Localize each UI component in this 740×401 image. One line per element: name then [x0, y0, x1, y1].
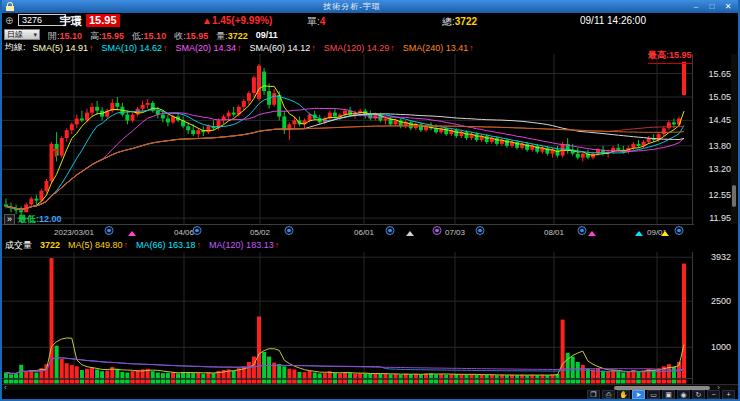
candles	[4, 62, 686, 216]
period-selector[interactable]: 日線 ▾	[4, 29, 40, 40]
legend-item: MA(66) 163.18↑	[136, 240, 201, 250]
date-axis-label: 08/01	[544, 228, 564, 237]
new-document-icon[interactable]: ❐	[587, 390, 600, 399]
volume-axis-label: 1000	[711, 342, 731, 352]
volume-legend-title: 成交量	[5, 239, 32, 252]
view-icon[interactable]: ◉	[677, 390, 690, 399]
legend-item: MA(5) 849.80↑	[68, 240, 128, 250]
window-controls: – □ ✕	[690, 1, 734, 12]
event-triangle-icon	[406, 231, 414, 236]
date-axis-label: 05/02	[250, 228, 270, 237]
lowest-price-group: » 最低:12.00	[4, 213, 62, 226]
up-arrow-icon: ↑	[275, 240, 280, 250]
price-vertical-scrollbar-thumb[interactable]	[732, 185, 736, 207]
zoom-out-icon[interactable]: −	[707, 390, 720, 399]
up-arrow-icon: ↑	[197, 240, 202, 250]
legend-item: SMA(60) 14.12↑	[250, 43, 316, 53]
daily-change-ribbon	[4, 380, 687, 384]
event-marker-icon[interactable]	[433, 226, 442, 235]
event-marker-icon[interactable]	[386, 226, 395, 235]
up-arrow-icon: ↑	[89, 43, 94, 53]
date-axis-label: 04/06	[174, 228, 194, 237]
legend-item: SMA(5) 14.91↑	[33, 43, 94, 53]
control-bar: 日線 ▾ 開:15.10高:15.95低:15.10收:15.95量:37220…	[2, 29, 738, 41]
volume-axis-label: 3932	[711, 252, 731, 262]
quote-bar: ⊕ 宇環 15.95 ▲1.45(+9.99%) 單:4 總:3722 09/1…	[2, 13, 738, 29]
chart-window-icon[interactable]: ▭	[647, 390, 660, 399]
refresh-icon[interactable]: ↻	[692, 390, 705, 399]
event-marker-icon[interactable]	[285, 226, 294, 235]
date-axis-label: 06/01	[354, 228, 374, 237]
legend-item: SMA(20) 14.34↑	[176, 43, 242, 53]
event-triangle-icon	[128, 231, 136, 236]
stock-code-input[interactable]	[18, 14, 66, 26]
chevron-down-icon: ▾	[33, 31, 37, 39]
collapse-button[interactable]: »	[4, 214, 15, 225]
price-axis: 15.6515.0514.4513.8013.2012.5511.95	[696, 54, 734, 224]
price-axis-label: 15.05	[708, 92, 731, 102]
volume-bars	[4, 258, 686, 378]
event-triangle-icon	[661, 231, 669, 236]
app-window: 技術分析-宇環 – □ ✕ ⊕ 宇環 15.95 ▲1.45(+9.99%) 單…	[0, 0, 740, 401]
legend-item: SMA(240) 13.41↑	[403, 43, 474, 53]
event-triangle-icon	[588, 231, 596, 236]
bottom-toolbar: ❐⎙✋➤▭▣◉↻−+	[2, 390, 738, 399]
indicator-window-icon[interactable]: ▣	[662, 390, 675, 399]
print-icon[interactable]: ⎙	[602, 390, 615, 399]
event-marker-icon[interactable]	[578, 226, 587, 235]
up-arrow-icon: ↑	[163, 43, 168, 53]
price-chart	[2, 54, 694, 224]
price-change: ▲1.45(+9.99%)	[202, 15, 272, 26]
date-axis: 2023/03/0104/0605/0206/0107/0308/0109/01	[2, 224, 694, 238]
price-axis-label: 13.20	[708, 164, 731, 174]
volume-chart-pane[interactable]	[2, 252, 694, 384]
up-arrow-icon: ↑	[311, 43, 316, 53]
price-axis-label: 11.95	[709, 213, 731, 223]
maximize-button[interactable]: □	[706, 1, 718, 12]
volume-axis-label: 2500	[711, 296, 731, 306]
volume-legend: 成交量 3722 MA(5) 849.80↑MA(66) 163.18↑MA(1…	[2, 238, 738, 252]
event-marker-icon[interactable]	[675, 226, 684, 235]
title-bar: 技術分析-宇環 – □ ✕	[2, 0, 738, 13]
volume-chart	[2, 252, 694, 384]
sma-lines	[6, 86, 684, 210]
total-volume-field: 總:3722	[442, 15, 477, 29]
minimize-button[interactable]: –	[690, 1, 702, 12]
legend-item: SMA(10) 14.62↑	[102, 43, 168, 53]
price-axis-label: 12.55	[708, 190, 731, 200]
stock-name: 宇環	[60, 14, 82, 29]
period-selector-value: 日線	[7, 29, 23, 40]
up-arrow-icon: ↑	[390, 43, 395, 53]
legend-item: MA(120) 183.13↑	[209, 240, 279, 250]
price-vertical-scrollbar[interactable]	[731, 54, 737, 224]
symbol-lookup-icon[interactable]: ⊕	[5, 15, 13, 26]
annotation-marker	[52, 149, 59, 157]
volume-legend-items: MA(5) 849.80↑MA(66) 163.18↑MA(120) 183.1…	[68, 240, 279, 250]
close-button[interactable]: ✕	[722, 1, 734, 12]
single-lot-field: 單:4	[307, 15, 325, 29]
sma-legend: 均線: SMA(5) 14.91↑SMA(10) 14.62↑SMA(20) 1…	[2, 41, 738, 54]
total-volume-value: 3722	[455, 16, 477, 27]
highest-price-label: 最高:15.95	[648, 49, 692, 64]
event-marker-icon[interactable]	[105, 226, 114, 235]
sma-legend-items: SMA(5) 14.91↑SMA(10) 14.62↑SMA(20) 14.34…	[33, 43, 474, 53]
zoom-in-icon[interactable]: +	[722, 390, 735, 399]
price-axis-label: 15.65	[708, 69, 731, 79]
total-volume-label: 總:	[442, 16, 455, 27]
event-marker-icon[interactable]	[193, 226, 202, 235]
price-badge: 15.95	[86, 14, 120, 27]
cursor-select-icon[interactable]: ➤	[632, 390, 645, 399]
event-triangle-icon	[635, 231, 643, 236]
sma-legend-prefix: 均線:	[5, 41, 26, 54]
price-gridlines	[2, 54, 693, 224]
price-axis-label: 13.80	[708, 141, 731, 151]
volume-ma-lines	[6, 338, 684, 375]
single-lot-label: 單:	[307, 16, 320, 27]
price-axis-label: 14.45	[708, 115, 731, 125]
date-axis-label: 2023/03/01	[54, 228, 94, 237]
event-marker-icon[interactable]	[476, 226, 485, 235]
window-title: 技術分析-宇環	[18, 1, 686, 12]
up-arrow-icon: ↑	[469, 43, 474, 53]
pan-hand-icon[interactable]: ✋	[617, 390, 630, 399]
price-chart-pane[interactable]	[2, 54, 694, 224]
